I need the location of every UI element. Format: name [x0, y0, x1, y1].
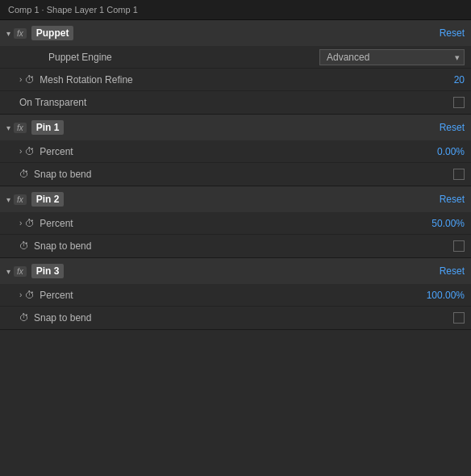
on-transparent-row: On Transparent — [0, 91, 471, 114]
pin1-percent-label: Percent — [40, 146, 437, 157]
pin2-section-header[interactable]: ▾ fx Pin 2 Reset — [0, 186, 471, 212]
pin1-snap-row: ⏱ Snap to bend — [0, 163, 471, 186]
pin3-percent-stopwatch-icon: ⏱ — [25, 290, 35, 301]
puppet-section-title: Puppet — [31, 26, 74, 40]
mesh-rotation-value[interactable]: 20 — [454, 74, 465, 86]
pin3-percent-expand-arrow[interactable]: › — [19, 290, 22, 299]
pin2-snap-row: ⏱ Snap to bend — [0, 235, 471, 257]
pin1-percent-value[interactable]: 0.00% — [437, 146, 465, 157]
puppet-reset-button[interactable]: Reset — [440, 27, 465, 39]
pin1-section-title: Pin 1 — [31, 120, 65, 135]
mesh-rotation-stopwatch-icon: ⏱ — [25, 74, 35, 86]
pin3-snap-checkbox[interactable] — [453, 312, 465, 324]
pin2-percent-expand-arrow[interactable]: › — [19, 219, 22, 228]
pin1-percent-stopwatch-icon: ⏱ — [25, 146, 35, 157]
puppet-section: ▾ fx Puppet Reset Puppet Engine Advanced… — [0, 20, 471, 115]
pin1-section-header[interactable]: ▾ fx Pin 1 Reset — [0, 115, 471, 140]
pin2-section-title: Pin 2 — [31, 192, 65, 207]
pin3-fx-badge: fx — [14, 266, 27, 277]
puppet-fx-badge: fx — [14, 28, 27, 39]
puppet-section-header[interactable]: ▾ fx Puppet Reset — [0, 20, 471, 46]
pin1-collapse-arrow[interactable]: ▾ — [6, 123, 10, 132]
pin2-snap-label: Snap to bend — [34, 240, 453, 252]
pin2-snap-stopwatch-icon: ⏱ — [19, 240, 29, 252]
pin1-section: ▾ fx Pin 1 Reset › ⏱ Percent 0.00% ⏱ Sna… — [0, 115, 471, 186]
pin3-section-header[interactable]: ▾ fx Pin 3 Reset — [0, 258, 471, 284]
pin2-fx-badge: fx — [14, 194, 27, 205]
pin3-percent-row: › ⏱ Percent 100.00% — [0, 284, 471, 307]
mesh-rotation-label: Mesh Rotation Refine — [40, 74, 453, 86]
title-text: Comp 1 · Shape Layer 1 Comp 1 — [8, 5, 138, 15]
puppet-engine-select[interactable]: Advanced Legacy — [319, 49, 465, 65]
pin3-section: ▾ fx Pin 3 Reset › ⏱ Percent 100.00% ⏱ S… — [0, 258, 471, 330]
mesh-rotation-expand-arrow[interactable]: › — [19, 75, 22, 84]
pin3-snap-row: ⏱ Snap to bend — [0, 307, 471, 329]
mesh-rotation-row: › ⏱ Mesh Rotation Refine 20 — [0, 69, 471, 91]
puppet-collapse-arrow[interactable]: ▾ — [6, 29, 10, 38]
pin2-reset-button[interactable]: Reset — [440, 194, 465, 205]
pin2-percent-label: Percent — [40, 218, 431, 229]
pin3-snap-stopwatch-icon: ⏱ — [19, 312, 29, 324]
pin1-percent-row: › ⏱ Percent 0.00% — [0, 140, 471, 163]
pin3-section-title: Pin 3 — [31, 264, 65, 278]
on-transparent-label: On Transparent — [19, 97, 453, 108]
puppet-engine-row: Puppet Engine Advanced Legacy — [0, 46, 471, 69]
pin1-fx-badge: fx — [14, 123, 27, 133]
pin3-percent-value[interactable]: 100.00% — [427, 290, 465, 301]
pin3-reset-button[interactable]: Reset — [440, 265, 465, 277]
pin2-section: ▾ fx Pin 2 Reset › ⏱ Percent 50.00% ⏱ Sn… — [0, 186, 471, 258]
pin1-snap-checkbox[interactable] — [453, 169, 465, 180]
pin1-snap-label: Snap to bend — [34, 169, 453, 180]
pin3-snap-label: Snap to bend — [34, 312, 453, 324]
pin1-reset-button[interactable]: Reset — [440, 122, 465, 133]
pin1-snap-stopwatch-icon: ⏱ — [19, 169, 29, 180]
pin2-percent-stopwatch-icon: ⏱ — [25, 218, 35, 229]
pin2-snap-checkbox[interactable] — [453, 240, 465, 252]
title-bar: Comp 1 · Shape Layer 1 Comp 1 — [0, 0, 471, 20]
pin1-percent-expand-arrow[interactable]: › — [19, 147, 22, 156]
pin3-collapse-arrow[interactable]: ▾ — [6, 267, 10, 276]
pin2-collapse-arrow[interactable]: ▾ — [6, 195, 10, 204]
puppet-engine-label: Puppet Engine — [48, 52, 319, 63]
puppet-engine-dropdown-wrapper[interactable]: Advanced Legacy — [319, 49, 465, 65]
pin2-percent-row: › ⏱ Percent 50.00% — [0, 212, 471, 235]
pin3-percent-label: Percent — [40, 290, 426, 301]
pin2-percent-value[interactable]: 50.00% — [431, 218, 465, 229]
on-transparent-checkbox[interactable] — [453, 97, 465, 108]
